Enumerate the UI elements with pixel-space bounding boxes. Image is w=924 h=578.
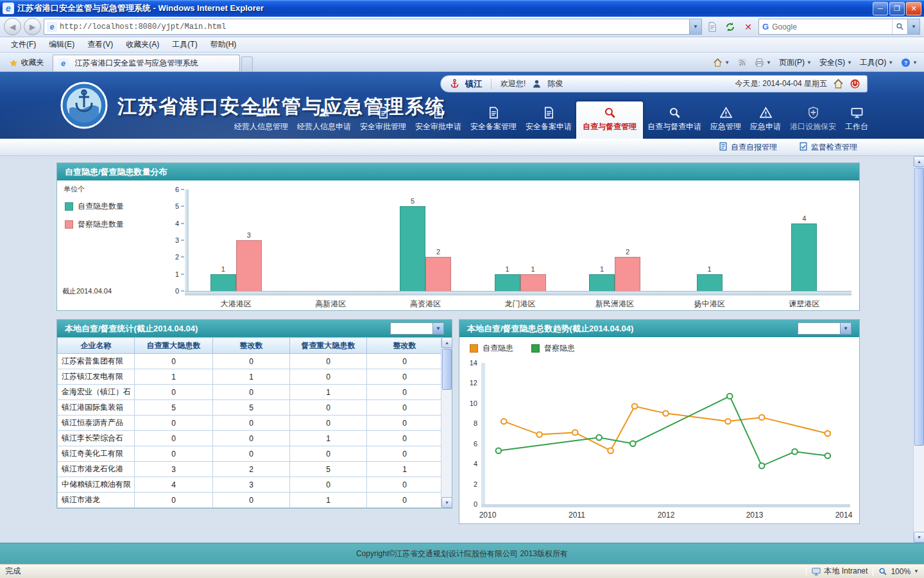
anchor-icon xyxy=(449,78,460,90)
table-row[interactable]: 镇江市港龙0010 xyxy=(58,493,443,508)
table-cell: 金海宏业（镇江）石 xyxy=(58,385,135,400)
table-filter-dropdown[interactable]: ▼ xyxy=(390,322,444,335)
date-label: 今天是: xyxy=(735,79,760,88)
feed-icon[interactable] xyxy=(737,58,747,67)
scroll-down-button[interactable]: ▼ xyxy=(914,532,924,543)
subnav-item-1[interactable]: 自查自报管理 xyxy=(719,142,777,153)
menubar-item-4[interactable]: 收藏夹(A) xyxy=(120,37,165,52)
subnav-item-2[interactable]: 监督检查管理 xyxy=(799,142,857,153)
table-row[interactable]: 镇江奇美化工有限0000 xyxy=(58,446,443,462)
scroll-up-button[interactable]: ▲ xyxy=(441,337,452,348)
favorites-button[interactable]: ★ 收藏夹 xyxy=(4,54,50,71)
close-button[interactable]: ✕ xyxy=(906,2,921,15)
menubar-item-3[interactable]: 查看(V) xyxy=(81,37,119,52)
bar-category-label: 谏壁港区 xyxy=(757,299,851,310)
nav-item-5[interactable]: 安全备案管理 xyxy=(466,103,521,139)
table-cell: 0 xyxy=(135,385,213,400)
table-row[interactable]: 镇江恒泰沥青产品0000 xyxy=(58,416,443,431)
legend-item: 自查隐患数量 xyxy=(65,201,124,212)
nav-item-1[interactable]: 经营人信息管理 xyxy=(230,103,293,139)
nav-item-9[interactable]: 应急管理 xyxy=(706,103,746,139)
inspection-bar: 1 xyxy=(520,274,546,291)
legend-label: 督察隐患数量 xyxy=(78,219,124,230)
home-button[interactable]: ▼ xyxy=(713,58,730,67)
nav-item-12[interactable]: 工作台 xyxy=(841,103,873,139)
tools-menu[interactable]: 工具(O) ▼ xyxy=(860,57,893,68)
table-cell: 5 xyxy=(135,400,213,416)
nav-item-2[interactable]: 经营人信息申请 xyxy=(293,103,355,139)
search-dropdown-icon[interactable]: ▼ xyxy=(907,19,920,34)
safety-menu[interactable]: 安全(S) ▼ xyxy=(819,57,852,68)
menubar-item-1[interactable]: 文件(F) xyxy=(5,37,42,52)
nav-item-8[interactable]: 自查与督查申请 xyxy=(643,103,706,139)
trend-ytick-label: 12 xyxy=(463,379,477,387)
zoom-control[interactable]: 100% ▼ xyxy=(878,567,919,576)
nav-item-4[interactable]: 安全审批申请 xyxy=(411,103,466,139)
compatibility-view-icon[interactable] xyxy=(705,19,720,35)
scroll-up-button[interactable]: ▲ xyxy=(914,156,924,167)
bar-category-label: 高资港区 xyxy=(378,299,473,310)
search-input[interactable] xyxy=(772,22,892,31)
minimize-button[interactable]: ─ xyxy=(873,2,888,15)
bar-chart-legend: 自查隐患数量督察隐患数量 xyxy=(65,201,124,237)
new-tab-button[interactable] xyxy=(241,57,253,71)
maximize-button[interactable]: ❐ xyxy=(889,2,905,15)
page-scrollbar[interactable]: ▲ ▼ xyxy=(913,156,924,543)
table-column-header: 企业名称 xyxy=(58,338,135,354)
table-row[interactable]: 镇江港国际集装箱5500 xyxy=(58,400,443,416)
print-button[interactable]: ▼ xyxy=(755,58,771,67)
scrollbar-thumb[interactable] xyxy=(914,168,924,446)
trend-xtick-label: 2011 xyxy=(569,511,585,520)
ie-window: e 江苏省港口安全监管与应急管理系统 - Windows Internet Ex… xyxy=(0,0,924,578)
bar-group: 13 xyxy=(189,189,284,291)
table-row[interactable]: 镇江市港龙石化港3251 xyxy=(58,462,443,477)
menubar-item-2[interactable]: 编辑(E) xyxy=(43,37,80,52)
bar-chart-unit-label: 单位个 xyxy=(64,184,85,194)
nav-item-3[interactable]: 安全审批管理 xyxy=(355,103,411,139)
nav-item-6[interactable]: 安全备案申请 xyxy=(521,103,576,139)
table-scrollbar[interactable]: ▲ ▼ xyxy=(441,337,452,508)
refresh-button[interactable] xyxy=(723,19,738,35)
table-cell: 1 xyxy=(290,385,367,400)
browser-tab[interactable]: e 江苏省港口安全监管与应急管理系统 xyxy=(53,55,240,71)
table-row[interactable]: 镇江李长荣综合石0010 xyxy=(58,431,443,446)
table-row[interactable]: 江苏镇江发电有限1100 xyxy=(58,369,443,385)
home-shortcut-icon[interactable] xyxy=(832,78,844,90)
search-magnifier-icon[interactable] xyxy=(892,19,907,34)
inspection-bar: 2 xyxy=(615,257,640,291)
menubar-item-5[interactable]: 工具(T) xyxy=(166,37,203,52)
table-cell: 0 xyxy=(213,354,290,369)
inspection-bar: 3 xyxy=(236,240,262,291)
stop-button[interactable]: ✕ xyxy=(740,19,756,35)
forward-button[interactable]: ▶ xyxy=(24,18,41,35)
table-cell: 镇江市港龙石化港 xyxy=(58,462,135,477)
scroll-down-button[interactable]: ▼ xyxy=(441,497,452,508)
nav-item-11[interactable]: 港口设施保安 xyxy=(785,103,841,139)
table-cell: 0 xyxy=(367,369,443,385)
table-cell: 江苏镇江发电有限 xyxy=(58,369,135,385)
nav-item-label: 应急申请 xyxy=(750,121,781,132)
bar-value-label: 1 xyxy=(521,265,545,273)
table-row[interactable]: 中储粮镇江粮油有限4300 xyxy=(58,477,443,493)
table-row[interactable]: 江苏索普集团有限0000 xyxy=(58,354,443,369)
back-button[interactable]: ◀ xyxy=(4,18,21,35)
app-header: 江苏省港口安全监管与应急管理系统 镇江 欢迎您! 陈俊 今天是: 2014-04… xyxy=(0,72,924,139)
help-menu[interactable]: ? ▼ xyxy=(901,58,918,67)
nav-item-10[interactable]: 应急申请 xyxy=(746,103,785,139)
search-box[interactable]: G ▼ xyxy=(758,19,920,35)
address-input[interactable] xyxy=(60,22,689,31)
page-menu[interactable]: 页面(P) ▼ xyxy=(779,57,812,68)
address-dropdown-icon[interactable]: ▼ xyxy=(689,19,701,34)
table-row[interactable]: 金海宏业（镇江）石0010 xyxy=(58,385,443,400)
logout-icon[interactable] xyxy=(849,78,860,90)
menubar-item-6[interactable]: 帮助(H) xyxy=(205,37,243,52)
table-cell: 0 xyxy=(367,385,443,400)
legend-swatch xyxy=(531,344,540,353)
trend-filter-dropdown[interactable]: ▼ xyxy=(798,322,851,335)
table-cell: 镇江港国际集装箱 xyxy=(58,400,135,416)
nav-item-7[interactable]: 自查与督查管理 xyxy=(576,101,643,139)
address-field[interactable]: e ▼ xyxy=(44,19,702,35)
data-point-marker xyxy=(792,449,798,454)
scrollbar-thumb[interactable] xyxy=(442,349,452,390)
legend-item: 自查隐患 xyxy=(470,343,513,354)
